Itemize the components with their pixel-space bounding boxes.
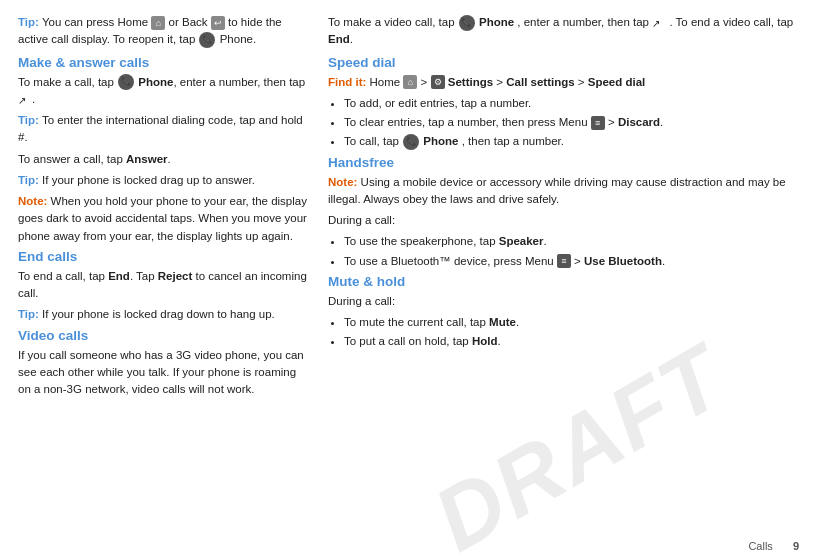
footer-calls-label: Calls xyxy=(748,540,772,552)
speed-dial-title: Speed dial xyxy=(328,55,799,70)
handsfree-section: Handsfree Note: Using a mobile device or… xyxy=(328,155,799,270)
video-calls-section: Video calls If you call someone who has … xyxy=(18,328,308,399)
settings-icon-speed: ⚙ xyxy=(431,75,445,89)
list-item: To use the speakerphone, tap Speaker. xyxy=(344,233,799,250)
handsfree-note: Note: Using a mobile device or accessory… xyxy=(328,174,799,209)
handsfree-list: To use the speakerphone, tap Speaker. To… xyxy=(344,233,799,270)
menu-icon-handsfree: ≡ xyxy=(557,254,571,268)
make-answer-calls-title: Make & answer calls xyxy=(18,55,308,70)
handsfree-during: During a call: xyxy=(328,212,799,229)
intro-tip-text2: or Back xyxy=(169,16,211,28)
left-column: Tip: You can press Home ⌂ or Back ↩ to h… xyxy=(18,14,308,546)
speed-dial-find: Find it: Home ⌂ > ⚙ Settings > Call sett… xyxy=(328,74,799,91)
speed-dial-list: To add, or edit entries, tap a number. T… xyxy=(344,95,799,151)
menu-icon-speed: ≡ xyxy=(591,116,605,130)
home-icon-speed: ⌂ xyxy=(403,75,417,89)
note-hold-phone: Note: When you hold your phone to your e… xyxy=(18,193,308,245)
mute-hold-section: Mute & hold During a call: To mute the c… xyxy=(328,274,799,351)
tap-icon-make: ↗ xyxy=(18,93,32,107)
page-container: Tip: You can press Home ⌂ or Back ↩ to h… xyxy=(0,0,817,560)
intro-tip: Tip: You can press Home ⌂ or Back ↩ to h… xyxy=(18,14,308,49)
phone-icon-make xyxy=(118,74,134,90)
intro-tip-text: You can press Home xyxy=(42,16,152,28)
list-item: To put a call on hold, tap Hold. xyxy=(344,333,799,350)
handsfree-title: Handsfree xyxy=(328,155,799,170)
right-intro: To make a video call, tap Phone , enter … xyxy=(328,14,799,49)
answer-call-para: To answer a call, tap Answer. xyxy=(18,151,308,168)
tip-locked-drag-up: Tip: If your phone is locked drag up to … xyxy=(18,172,308,189)
make-call-para: To make a call, tap Phone, enter a numbe… xyxy=(18,74,308,109)
list-item: To clear entries, tap a number, then pre… xyxy=(344,114,799,131)
intro-phone-label: Phone xyxy=(216,33,252,45)
list-item: To add, or edit entries, tap a number. xyxy=(344,95,799,112)
end-calls-section: End calls To end a call, tap End. Tap Re… xyxy=(18,249,308,324)
video-calls-para: If you call someone who has a 3G video p… xyxy=(18,347,308,399)
speed-dial-section: Speed dial Find it: Home ⌂ > ⚙ Settings … xyxy=(328,55,799,151)
list-item: To mute the current call, tap Mute. xyxy=(344,314,799,331)
footer-page-number: 9 xyxy=(793,540,799,552)
list-item: To call, tap Phone , then tap a number. xyxy=(344,133,799,150)
phone-icon-speed xyxy=(403,134,419,150)
end-calls-title: End calls xyxy=(18,249,308,264)
mute-hold-list: To mute the current call, tap Mute. To p… xyxy=(344,314,799,351)
footer: Calls 9 xyxy=(748,540,799,552)
video-calls-title: Video calls xyxy=(18,328,308,343)
list-item: To use a Bluetooth™ device, press Menu ≡… xyxy=(344,253,799,270)
make-answer-calls-section: Make & answer calls To make a call, tap … xyxy=(18,55,308,245)
home-icon-intro: ⌂ xyxy=(151,16,165,30)
back-icon-intro: ↩ xyxy=(211,16,225,30)
end-call-para: To end a call, tap End. Tap Reject to ca… xyxy=(18,268,308,303)
tip-label-intro: Tip: xyxy=(18,16,39,28)
mute-hold-during: During a call: xyxy=(328,293,799,310)
mute-hold-title: Mute & hold xyxy=(328,274,799,289)
right-column: To make a video call, tap Phone , enter … xyxy=(328,14,799,546)
tap-icon-right: ↗ xyxy=(652,16,666,30)
phone-icon-intro xyxy=(199,32,215,48)
phone-icon-right-intro xyxy=(459,15,475,31)
tip-locked-drag-down: Tip: If your phone is locked drag down t… xyxy=(18,306,308,323)
tip-dialing-code: Tip: To enter the international dialing … xyxy=(18,112,308,147)
